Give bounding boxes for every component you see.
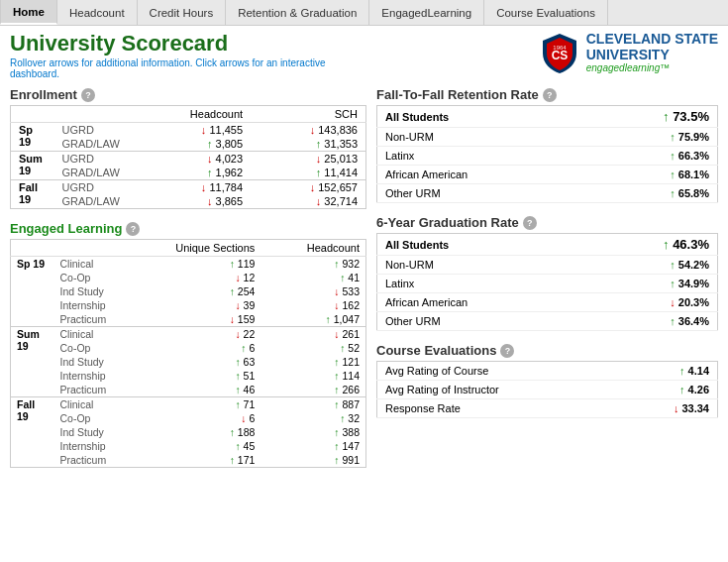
- engaged-sub-label: Internship: [54, 369, 114, 383]
- engaged-sub-label: Practicum: [54, 383, 114, 397]
- graduation-info-icon[interactable]: ?: [523, 216, 537, 230]
- engaged-learning-info-icon[interactable]: ?: [126, 222, 140, 236]
- engaged-sub-label: Practicum: [54, 312, 114, 327]
- enrollment-sch-cell: ↓ 32,714: [251, 194, 365, 209]
- engaged-hc-cell: ↑ 147: [260, 439, 365, 453]
- engaged-hc-cell: ↑ 121: [260, 355, 365, 369]
- enrollment-semester: Sp 19: [11, 123, 54, 152]
- rate-label: All Students: [377, 234, 585, 256]
- engaged-sub-label: Clinical: [54, 397, 114, 412]
- shield-icon: CS 1964: [539, 32, 580, 73]
- tab-headcount[interactable]: Headcount: [57, 0, 138, 25]
- enrollment-info-icon[interactable]: ?: [81, 88, 95, 102]
- rate-value: ↑ 4.14: [620, 362, 717, 381]
- rate-value: ↓ 20.3%: [585, 293, 718, 312]
- engaged-sub-label: Ind Study: [54, 284, 114, 298]
- engaged-learning-title: Engaged Learning: [10, 221, 122, 236]
- engaged-hc-cell: ↑ 932: [260, 257, 365, 272]
- engaged-hc-cell: ↓ 533: [260, 284, 365, 298]
- enrollment-sch-cell: ↓ 152,657: [251, 180, 365, 195]
- engaged-hc-cell: ↑ 266: [260, 383, 365, 397]
- right-column: Fall-To-Fall Retention Rate ? All Studen…: [376, 87, 718, 562]
- university-logo: CS 1964 CLEVELAND STATE UNIVERSITY engag…: [539, 32, 718, 73]
- rate-label: Avg Rating of Instructor: [377, 381, 621, 399]
- tab-engaged-learning[interactable]: EngagedLearning: [369, 0, 484, 25]
- enrollment-hc-cell: ↓ 11,455: [128, 123, 251, 138]
- engaged-hc-cell: ↑ 388: [260, 425, 365, 439]
- course-evals-section: Course Evaluations ? Avg Rating of Cours…: [376, 343, 718, 418]
- page-title: University Scorecard: [10, 32, 366, 56]
- tab-retention-graduation[interactable]: Retention & Graduation: [226, 0, 369, 25]
- engaged-us-cell: ↑ 188: [114, 425, 261, 439]
- engaged-us-cell: ↓ 159: [114, 312, 261, 327]
- rate-label: All Students: [377, 106, 585, 128]
- rate-label: African American: [377, 293, 585, 312]
- engaged-us-cell: ↓ 39: [114, 298, 261, 312]
- uni-name-line2: UNIVERSITY: [586, 48, 718, 62]
- engaged-hc-cell: ↑ 52: [260, 341, 365, 355]
- rate-value: ↑ 46.3%: [585, 234, 718, 256]
- enrollment-header: Enrollment ?: [10, 87, 366, 102]
- enrollment-semester: Sum 19: [11, 152, 54, 180]
- enrollment-sub-label: GRAD/LAW: [54, 166, 128, 180]
- rate-value: ↑ 54.2%: [585, 256, 718, 275]
- engaged-us-cell: ↑ 171: [114, 453, 261, 468]
- retention-table: All Students ↑ 73.5% Non-URM ↑ 75.9% Lat…: [376, 105, 718, 203]
- retention-info-icon[interactable]: ?: [543, 88, 557, 102]
- course-evals-info-icon[interactable]: ?: [500, 344, 514, 358]
- left-column: Enrollment ? Headcount SCH Sp 19 UGRD ↓ …: [10, 87, 366, 562]
- enrollment-sch-cell: ↑ 31,353: [251, 137, 365, 152]
- engaged-us-cell: ↑ 119: [114, 257, 261, 272]
- tab-bar: Home Headcount Credit Hours Retention & …: [0, 0, 728, 26]
- engaged-hc-cell: ↑ 887: [260, 397, 365, 412]
- engaged-sub-label: Co-Op: [54, 411, 114, 425]
- rate-label: Latinx: [377, 275, 585, 293]
- main-content: Enrollment ? Headcount SCH Sp 19 UGRD ↓ …: [0, 79, 728, 562]
- rate-value: ↑ 66.3%: [585, 147, 718, 166]
- engaged-hc-cell: ↑ 991: [260, 453, 365, 468]
- tab-credit-hours[interactable]: Credit Hours: [138, 0, 227, 25]
- enrollment-section: Enrollment ? Headcount SCH Sp 19 UGRD ↓ …: [10, 87, 366, 209]
- engaged-sub-label: Co-Op: [54, 341, 114, 355]
- engaged-us-cell: ↑ 71: [114, 397, 261, 412]
- tab-course-evaluations[interactable]: Course Evaluations: [484, 0, 608, 25]
- engaged-learning-section: Engaged Learning ? Unique Sections Headc…: [10, 221, 366, 468]
- enrollment-col-headcount: Headcount: [128, 106, 251, 123]
- enrollment-hc-cell: ↑ 3,805: [128, 137, 251, 152]
- university-name-block: CLEVELAND STATE UNIVERSITY engagedlearni…: [586, 32, 718, 73]
- rate-label: Other URM: [377, 184, 585, 203]
- engaged-sub-label: Clinical: [54, 257, 114, 272]
- enrollment-hc-cell: ↓ 3,865: [128, 194, 251, 209]
- enrollment-sub-label: UGRD: [54, 123, 128, 138]
- retention-header: Fall-To-Fall Retention Rate ?: [376, 87, 718, 102]
- retention-title: Fall-To-Fall Retention Rate: [376, 87, 539, 102]
- enrollment-sch-cell: ↓ 25,013: [251, 152, 365, 167]
- enrollment-sub-label: UGRD: [54, 180, 128, 195]
- graduation-header: 6-Year Graduation Rate ?: [376, 215, 718, 230]
- rate-value: ↑ 34.9%: [585, 275, 718, 293]
- svg-text:1964: 1964: [553, 45, 567, 51]
- graduation-table: All Students ↑ 46.3% Non-URM ↑ 54.2% Lat…: [376, 233, 718, 331]
- rate-label: Avg Rating of Course: [377, 362, 621, 381]
- rate-label: Latinx: [377, 147, 585, 166]
- rate-value: ↓ 33.34: [620, 399, 717, 418]
- university-tag: engagedlearning™: [586, 62, 718, 73]
- engaged-us-cell: ↓ 12: [114, 271, 261, 284]
- engaged-sub-label: Practicum: [54, 453, 114, 468]
- retention-section: Fall-To-Fall Retention Rate ? All Studen…: [376, 87, 718, 203]
- enrollment-sub-label: GRAD/LAW: [54, 194, 128, 209]
- enrollment-sub-label: GRAD/LAW: [54, 137, 128, 152]
- rate-value: ↑ 75.9%: [585, 128, 718, 147]
- engaged-sub-label: Internship: [54, 298, 114, 312]
- rate-label: Non-URM: [377, 128, 585, 147]
- enrollment-col-sch: SCH: [251, 106, 365, 123]
- engaged-sub-label: Internship: [54, 439, 114, 453]
- rate-value: ↑ 65.8%: [585, 184, 718, 203]
- tab-home[interactable]: Home: [0, 0, 57, 25]
- header-area: University Scorecard Rollover arrows for…: [0, 26, 728, 79]
- rate-value: ↑ 4.26: [620, 381, 717, 399]
- rate-label: African American: [377, 166, 585, 184]
- rate-value: ↑ 36.4%: [585, 312, 718, 331]
- engaged-sub-label: Ind Study: [54, 355, 114, 369]
- rate-label: Response Rate: [377, 399, 621, 418]
